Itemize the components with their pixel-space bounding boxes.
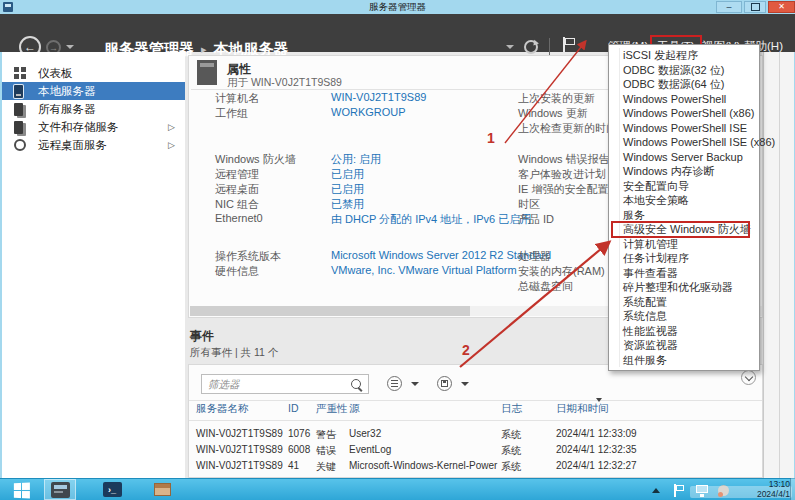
search-icon	[351, 379, 361, 389]
tools-menu-item[interactable]: 事件查看器	[609, 266, 759, 281]
tools-menu-item[interactable]: 资源监视器	[609, 338, 759, 353]
prop-value: VMware, Inc. VMware Virtual Platform	[331, 264, 517, 276]
tools-menu-item[interactable]: 安全配置向导	[609, 179, 759, 194]
tools-menu-item[interactable]: Windows 内存诊断	[609, 164, 759, 179]
divider	[189, 420, 762, 421]
expand-arrow-icon[interactable]: ▷	[168, 122, 175, 132]
prop-label: 总磁盘空间	[518, 279, 573, 294]
cell-source: User32	[349, 428, 381, 439]
sidebar-item-file-storage-services[interactable]: 文件和存储服务 ▷	[2, 118, 185, 136]
sidebar-item-all-servers[interactable]: 所有服务器	[2, 100, 185, 118]
prop-label: 计算机名	[215, 91, 259, 106]
taskbar-item-powershell[interactable]: ›_	[96, 479, 128, 500]
tools-menu-item[interactable]: 碎片整理和优化驱动器	[609, 280, 759, 295]
tools-menu-item[interactable]: 本地安全策略	[609, 193, 759, 208]
sidebar-item-label: 本地服务器	[38, 84, 96, 99]
prop-value-link[interactable]: 已启用	[331, 167, 364, 182]
column-header[interactable]: 日志	[501, 402, 522, 416]
taskbar-item-toolbox[interactable]	[146, 479, 178, 500]
tray-expand-icon[interactable]	[652, 488, 660, 493]
events-summary: 所有事件 | 共 11 个	[190, 346, 278, 360]
nav-chevron-down-icon[interactable]	[506, 45, 514, 49]
tools-menu-item[interactable]: ODBC 数据源(64 位)	[609, 77, 759, 92]
server-manager-window: 服务器管理器 – ✕ ← → 服务器管理器 ▸ 本地服务器 管理(M) 工具(T…	[0, 0, 795, 500]
notifications-flag-icon[interactable]	[563, 37, 576, 54]
tools-menu-item[interactable]: 性能监视器	[609, 324, 759, 339]
windows-logo-icon	[13, 482, 29, 498]
taskbar-item-server-manager[interactable]	[44, 479, 76, 500]
column-header[interactable]: 日期和时间	[556, 402, 609, 416]
tools-menu-item[interactable]: Windows PowerShell	[609, 92, 759, 107]
tools-menu-item[interactable]: 计算机管理	[609, 237, 759, 252]
divider	[189, 400, 762, 401]
prop-label: 时区	[518, 197, 540, 212]
event-row[interactable]: WIN-V0J2T1T9S89 41 关键 Microsoft-Windows-…	[189, 460, 762, 476]
right-scrollbar-gutter[interactable]	[763, 52, 794, 478]
minimize-button[interactable]: –	[716, 1, 742, 13]
column-header[interactable]: 源	[349, 402, 360, 416]
event-row[interactable]: WIN-V0J2T1T9S89 6008 错误 EventLog 系统 2024…	[189, 444, 762, 460]
tools-menu-item[interactable]: 系统信息	[609, 309, 759, 324]
column-header[interactable]: ID	[288, 402, 299, 414]
tray-flag-icon[interactable]	[674, 484, 685, 497]
sidebar-item-label: 远程桌面服务	[38, 138, 107, 153]
tools-menu-item[interactable]: ODBC 数据源(32 位)	[609, 63, 759, 78]
sidebar: 仪表板 本地服务器 所有服务器 文件和存储服务 ▷ 远程桌面服务 ▷	[2, 52, 185, 478]
history-chevron-down-icon[interactable]	[66, 45, 74, 49]
prop-value-link[interactable]: 已禁用	[331, 197, 364, 212]
tools-menu-item[interactable]: iSCSI 发起程序	[609, 48, 759, 63]
prop-label: Windows 防火墙	[215, 152, 296, 167]
sidebar-item-dashboard[interactable]: 仪表板	[2, 64, 185, 82]
prop-label: 客户体验改进计划	[518, 167, 606, 182]
prop-value-link[interactable]: WIN-V0J2T1T9S89	[331, 91, 426, 103]
expand-arrow-icon[interactable]: ▷	[168, 140, 175, 150]
prop-value-link[interactable]: 由 DHCP 分配的 IPv4 地址，IPv6 已启用	[331, 212, 531, 227]
sidebar-item-label: 文件和存储服务	[38, 120, 119, 135]
cell-datetime: 2024/4/1 12:33:09	[556, 428, 637, 439]
maximize-button[interactable]	[744, 1, 766, 13]
tools-menu-item[interactable]: Windows Server Backup	[609, 150, 759, 165]
filter-chevron-down-icon[interactable]	[411, 382, 419, 386]
tools-menu-item-advanced-firewall[interactable]: 高级安全 Windows 防火墙	[609, 222, 759, 237]
close-button[interactable]: ✕	[768, 1, 795, 13]
save-chevron-down-icon[interactable]	[461, 382, 469, 386]
event-row[interactable]: WIN-V0J2T1T9S89 1076 警告 User32 系统 2024/4…	[189, 428, 762, 444]
collapse-panel-button[interactable]	[741, 370, 756, 385]
prop-label: 产品 ID	[518, 212, 554, 227]
prop-label: NIC 组合	[215, 197, 259, 212]
cell-datetime: 2024/4/1 12:32:27	[556, 460, 637, 471]
events-table-header: 服务器名称 ID 严重性 源 日志 日期和时间	[189, 402, 762, 419]
events-panel: 服务器名称 ID 严重性 源 日志 日期和时间 WIN-V0J2T1T9S89 …	[188, 364, 763, 478]
taskbar-clock[interactable]: 13:10 2024/4/1	[700, 479, 790, 499]
show-desktop-button[interactable]	[790, 478, 795, 500]
tools-menu-item[interactable]: 任务计划程序	[609, 251, 759, 266]
tools-menu-item[interactable]: 服务	[609, 208, 759, 223]
prop-label: Ethernet0	[215, 212, 263, 224]
column-header[interactable]: 严重性	[316, 402, 348, 416]
refresh-icon[interactable]	[524, 40, 538, 54]
save-icon	[441, 380, 448, 387]
prop-value-link[interactable]: WORKGROUP	[331, 106, 406, 118]
minimize-icon: –	[726, 3, 731, 12]
cell-log: 系统	[501, 444, 521, 458]
tools-menu-item[interactable]: 组件服务	[609, 353, 759, 368]
prop-label: 安装的内存(RAM)	[518, 264, 605, 279]
cell-log: 系统	[501, 428, 521, 442]
tools-menu-item[interactable]: Windows PowerShell ISE (x86)	[609, 135, 759, 150]
clock-date: 2024/4/1	[700, 489, 790, 499]
prop-value-link[interactable]: 公用: 启用	[331, 152, 381, 167]
start-button[interactable]	[4, 482, 38, 498]
filter-options-button[interactable]	[387, 376, 402, 391]
save-query-button[interactable]	[437, 376, 452, 391]
server-manager-icon	[51, 482, 70, 498]
column-header[interactable]: 服务器名称	[196, 402, 249, 416]
tools-menu-item[interactable]: 系统配置	[609, 295, 759, 310]
tools-menu-item[interactable]: Windows PowerShell ISE	[609, 121, 759, 136]
tools-menu-item[interactable]: Windows PowerShell (x86)	[609, 106, 759, 121]
prop-value-link[interactable]: 已启用	[331, 182, 364, 197]
sort-descending-icon	[596, 398, 602, 402]
events-filter-input[interactable]	[201, 374, 369, 394]
sidebar-item-local-server[interactable]: 本地服务器	[2, 82, 185, 100]
scrollbar-thumb[interactable]	[190, 306, 470, 316]
sidebar-item-remote-desktop-services[interactable]: 远程桌面服务 ▷	[2, 136, 185, 154]
